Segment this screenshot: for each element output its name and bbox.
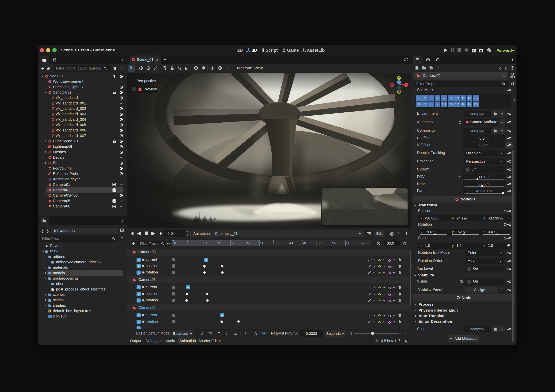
svg-text:Z: Z [398,81,400,84]
svg-text:X: X [406,84,407,86]
svg-text:DOC: DOC [511,76,515,78]
svg-text:Y: Y [398,77,400,79]
